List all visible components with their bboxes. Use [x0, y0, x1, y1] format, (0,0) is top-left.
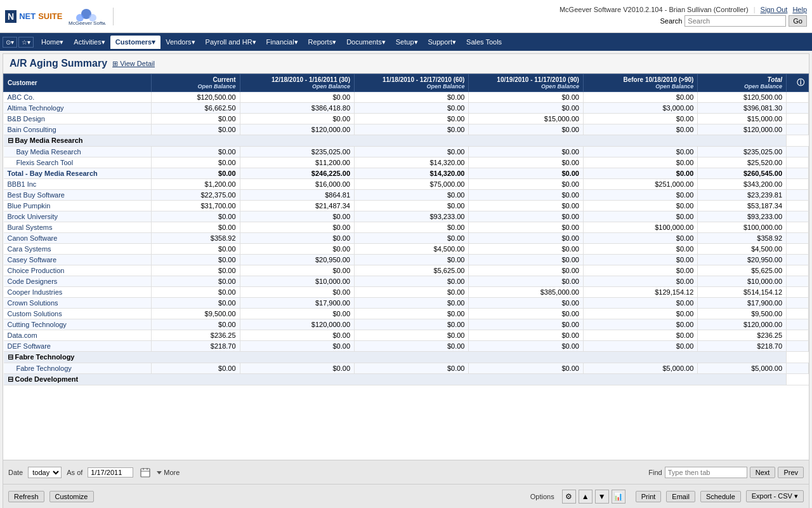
- customize-button[interactable]: Customize: [49, 491, 94, 502]
- table-row[interactable]: Bural Systems$0.00$0.00$0.00$0.00$100,00…: [4, 222, 809, 233]
- search-input[interactable]: [684, 15, 786, 27]
- cell-col60: $93,233.00: [355, 211, 469, 222]
- cell-total: $236.25: [698, 330, 787, 341]
- nav-reports[interactable]: Reports▾: [303, 36, 342, 49]
- nav-favorites-icon[interactable]: ☆▾: [18, 37, 34, 48]
- table-row[interactable]: Altima Technology$6,662.50$386,418.80$0.…: [4, 103, 809, 114]
- next-button[interactable]: Next: [750, 467, 776, 478]
- table-row[interactable]: Total - Bay Media Research$0.00$246,225.…: [4, 168, 809, 179]
- table-row[interactable]: ABC Co.$120,500.00$0.00$0.00$0.00$0.00$1…: [4, 92, 809, 103]
- cell-current: $218.70: [151, 341, 240, 352]
- options-down-icon[interactable]: ▼: [595, 490, 609, 504]
- as-of-input[interactable]: [88, 467, 133, 478]
- more-button[interactable]: More: [156, 469, 180, 476]
- table-row[interactable]: DEF Software$218.70$0.00$0.00$0.00$0.00$…: [4, 341, 809, 352]
- date-select[interactable]: today: [28, 467, 62, 478]
- table-row[interactable]: Fabre Technology$0.00$0.00$0.00$0.00$5,0…: [4, 363, 809, 374]
- cell-empty: [787, 179, 809, 190]
- table-row[interactable]: ⊟ Bay Media Research: [4, 135, 809, 147]
- cell-col90: $0.00: [469, 92, 583, 103]
- nav-customers[interactable]: Customers▾: [110, 36, 160, 49]
- cell-empty: [787, 319, 809, 330]
- table-row[interactable]: B&B Design$0.00$0.00$0.00$15,000.00$0.00…: [4, 114, 809, 124]
- table-row[interactable]: Canon Software$358.92$0.00$0.00$0.00$0.0…: [4, 233, 809, 244]
- cell-total: $218.70: [698, 341, 787, 352]
- cell-col90: $0.00: [469, 211, 583, 222]
- options-settings-icon[interactable]: ⚙: [562, 490, 576, 504]
- nav-documents[interactable]: Documents▾: [341, 36, 391, 49]
- cell-col30: $16,000.00: [240, 179, 354, 190]
- col-90plus: Before 10/18/2010 (>90) Open Balance: [583, 74, 697, 92]
- nav-financial[interactable]: Financial▾: [261, 36, 303, 49]
- table-row[interactable]: Bay Media Research$0.00$235,025.00$0.00$…: [4, 147, 809, 157]
- table-row[interactable]: Casey Software$0.00$20,950.00$0.00$0.00$…: [4, 255, 809, 265]
- cell-col90: $0.00: [469, 168, 583, 179]
- cell-empty: [787, 233, 809, 244]
- table-row[interactable]: Cooper Industries$0.00$0.00$0.00$385,000…: [4, 287, 809, 298]
- cell-col60: $0.00: [355, 114, 469, 124]
- nav-vendors[interactable]: Vendors▾: [160, 36, 200, 49]
- options-up-icon[interactable]: ▲: [579, 490, 593, 504]
- cell-col90: $0.00: [469, 255, 583, 265]
- schedule-button[interactable]: Schedule: [700, 491, 741, 502]
- cell-col60: $0.00: [355, 255, 469, 265]
- options-chart-icon[interactable]: 📊: [612, 490, 625, 504]
- cell-customer: Cooper Industries: [4, 287, 152, 298]
- cell-empty: [787, 363, 809, 374]
- nav-support[interactable]: Support▾: [423, 36, 462, 49]
- table-scroll[interactable]: Customer Current Open Balance 12/18/2010…: [3, 74, 809, 460]
- table-row[interactable]: Blue Pumpkin$31,700.00$21,487.34$0.00$0.…: [4, 201, 809, 211]
- cell-customer: Fabre Technology: [4, 363, 152, 374]
- col-30: 12/18/2010 - 1/16/2011 (30) Open Balance: [240, 74, 354, 92]
- email-button[interactable]: Email: [666, 491, 695, 502]
- table-row[interactable]: Brock University$0.00$0.00$93,233.00$0.0…: [4, 211, 809, 222]
- go-button[interactable]: Go: [789, 15, 807, 27]
- calendar-icon[interactable]: [140, 467, 151, 478]
- nav-home[interactable]: Home▾: [36, 36, 69, 49]
- table-row[interactable]: Choice Production$0.00$0.00$5,625.00$0.0…: [4, 265, 809, 276]
- cell-total: $120,000.00: [698, 319, 787, 330]
- cell-customer: BBB1 Inc: [4, 179, 152, 190]
- table-row[interactable]: Flexis Search Tool$0.00$11,200.00$14,320…: [4, 157, 809, 168]
- cell-col60: $4,500.00: [355, 244, 469, 255]
- cell-col90: $0.00: [469, 103, 583, 114]
- cell-col90plus: $0.00: [583, 211, 697, 222]
- export-button[interactable]: Export - CSV ▾: [746, 490, 804, 502]
- nav-setup[interactable]: Setup▾: [391, 36, 423, 49]
- nav-sales-tools[interactable]: Sales Tools: [461, 36, 507, 48]
- table-row[interactable]: ⊟ Code Development: [4, 374, 809, 385]
- table-row[interactable]: Cara Systems$0.00$0.00$4,500.00$0.00$0.0…: [4, 244, 809, 255]
- cell-current: $0.00: [151, 211, 240, 222]
- table-row[interactable]: Data.com$236.25$0.00$0.00$0.00$0.00$236.…: [4, 330, 809, 341]
- refresh-button[interactable]: Refresh: [8, 491, 44, 502]
- cell-empty: [787, 255, 809, 265]
- table-row[interactable]: Bain Consulting$0.00$120,000.00$0.00$0.0…: [4, 124, 809, 135]
- view-detail-link[interactable]: ⊞ View Detail: [112, 60, 155, 68]
- cell-empty: [787, 190, 809, 201]
- table-row[interactable]: BBB1 Inc$1,200.00$16,000.00$75,000.00$0.…: [4, 179, 809, 190]
- prev-button[interactable]: Prev: [778, 467, 804, 478]
- options-icons: ⚙ ▲ ▼ 📊: [562, 490, 625, 504]
- mcgeever-logo: McGeever Software: [67, 8, 105, 25]
- cell-col30: $0.00: [240, 363, 354, 374]
- col-90: 10/19/2010 - 11/17/2010 (90) Open Balanc…: [469, 74, 583, 92]
- print-button[interactable]: Print: [636, 491, 662, 502]
- header-right: McGeever Software V2010.2.104 - Brian Su…: [560, 6, 807, 27]
- table-row[interactable]: Cutting Technology$0.00$120,000.00$0.00$…: [4, 319, 809, 330]
- help-link[interactable]: Help: [792, 6, 807, 13]
- nav-payroll[interactable]: Payroll and HR▾: [200, 36, 261, 49]
- nav-home-icon[interactable]: ⊙▾: [3, 37, 17, 48]
- mcgeever-logo-graphic: McGeever Software: [67, 8, 105, 25]
- table-row[interactable]: Custom Solutions$9,500.00$0.00$0.00$0.00…: [4, 309, 809, 319]
- cell-total: $358.92: [698, 233, 787, 244]
- cell-col90plus: $0.00: [583, 265, 697, 276]
- find-input[interactable]: [665, 467, 747, 478]
- table-row[interactable]: Crown Solutions$0.00$17,900.00$0.00$0.00…: [4, 298, 809, 309]
- sign-out-link[interactable]: Sign Out: [761, 6, 788, 13]
- cell-empty: [787, 157, 809, 168]
- table-row[interactable]: ⊟ Fabre Technology: [4, 352, 809, 363]
- nav-activities[interactable]: Activities▾: [69, 36, 110, 49]
- table-row[interactable]: Code Designers$0.00$10,000.00$0.00$0.00$…: [4, 276, 809, 287]
- cell-current: $1,200.00: [151, 179, 240, 190]
- table-row[interactable]: Best Buy Software$22,375.00$864.81$0.00$…: [4, 190, 809, 201]
